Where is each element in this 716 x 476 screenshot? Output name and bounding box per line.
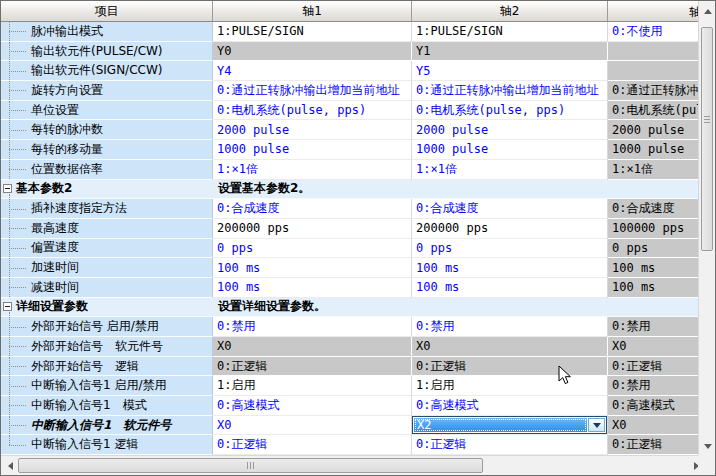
param-label: 插补速度指定方法: [31, 200, 127, 217]
axis1-value-cell[interactable]: 1:PULSE/SIGN: [213, 22, 412, 42]
axis3-value-cell[interactable]: 0:不使用: [608, 22, 698, 42]
axis1-value-cell[interactable]: 0:合成速度: [213, 199, 412, 219]
table-row: 中断输入信号1 逻辑0:正逻辑0:正逻辑0:正逻辑: [1, 435, 698, 455]
horizontal-scrollbar-thumb[interactable]: [18, 458, 483, 473]
param-label: 外部开始信号 启用/禁用: [31, 318, 159, 335]
axis2-value-cell[interactable]: 0:通过正转脉冲输出增加当前地址: [412, 81, 608, 101]
param-label: 每转的脉冲数: [31, 121, 103, 138]
axis3-value-cell[interactable]: 0:通过正转脉冲输出增加当前地址: [608, 81, 698, 101]
axis1-value-cell[interactable]: 1:启用: [213, 376, 412, 396]
axis1-value-cell[interactable]: 0:通过正转脉冲输出增加当前地址: [213, 81, 412, 101]
table-row: 每转的移动量1000 pulse1000 pulse1000 pulse: [1, 140, 698, 160]
axis3-value-cell[interactable]: 1:×1倍: [608, 160, 698, 180]
axis2-value-cell[interactable]: 100 ms: [412, 258, 608, 278]
tree-line: [9, 31, 26, 32]
axis1-value-cell[interactable]: Y0: [213, 42, 412, 62]
axis1-value-cell[interactable]: 1:×1倍: [213, 160, 412, 180]
axis2-value-cell[interactable]: X2: [412, 416, 608, 436]
axis1-value-cell[interactable]: Y4: [213, 61, 412, 81]
table-row: 偏置速度0 pps0 pps0 pps: [1, 239, 698, 259]
tree-line: [9, 209, 26, 210]
horizontal-scrollbar[interactable]: [1, 455, 700, 475]
axis2-value-cell[interactable]: Y5: [412, 61, 608, 81]
param-label-cell: 中断输入信号1 软元件号: [1, 416, 213, 436]
axis2-value-cell[interactable]: 200000 pps: [412, 219, 608, 239]
axis3-value-cell[interactable]: X0: [608, 416, 698, 436]
tree-line: [9, 327, 26, 328]
axis1-value-cell[interactable]: 100 ms: [213, 278, 412, 298]
axis1-value-cell[interactable]: 0:电机系统(pulse, pps): [213, 101, 412, 121]
tree-line: [9, 149, 26, 150]
axis1-value-cell[interactable]: 0:正逻辑: [213, 435, 412, 455]
collapse-minus-icon[interactable]: [3, 184, 12, 193]
column-header-axis1: 轴1: [213, 1, 412, 21]
axis2-value-cell[interactable]: 0:正逻辑: [412, 435, 608, 455]
param-label-cell: 单位设置: [1, 101, 213, 121]
axis2-value-cell[interactable]: 1:PULSE/SIGN: [412, 22, 608, 42]
axis1-value-cell[interactable]: 2000 pulse: [213, 120, 412, 140]
axis3-value-cell[interactable]: 0:高速模式: [608, 396, 698, 416]
combobox-dropdown-button[interactable]: [588, 418, 605, 433]
axis1-value-cell[interactable]: 200000 pps: [213, 219, 412, 239]
scroll-up-button[interactable]: [700, 3, 715, 19]
axis3-value-cell[interactable]: 0:正逻辑: [608, 435, 698, 455]
axis2-value-cell[interactable]: X0: [412, 337, 608, 357]
axis3-value-cell[interactable]: 0:合成速度: [608, 199, 698, 219]
group-label: 基本参数2: [16, 180, 72, 199]
param-label: 单位设置: [31, 102, 79, 119]
axis2-value-cell[interactable]: 0 pps: [412, 239, 608, 259]
param-label: 脉冲输出模式: [31, 23, 103, 40]
axis1-value-cell[interactable]: 0:正逻辑: [213, 357, 412, 377]
vertical-scrollbar[interactable]: [698, 1, 715, 456]
axis2-value-cell[interactable]: 100 ms: [412, 278, 608, 298]
axis3-value-cell[interactable]: 0 pps: [608, 239, 698, 259]
tree-line: [9, 287, 26, 288]
axis2-value-cell[interactable]: 1:启用: [412, 376, 608, 396]
axis1-value-cell[interactable]: X0: [213, 416, 412, 436]
axis2-value-cell[interactable]: 1000 pulse: [412, 140, 608, 160]
axis1-value-cell[interactable]: 0:高速模式: [213, 396, 412, 416]
axis1-value-cell[interactable]: 100 ms: [213, 258, 412, 278]
axis3-value-cell[interactable]: [608, 42, 698, 62]
axis1-value-cell[interactable]: 1000 pulse: [213, 140, 412, 160]
axis3-value-cell[interactable]: 100 ms: [608, 258, 698, 278]
scrollbar-corner: [698, 455, 715, 475]
axis3-value-cell[interactable]: 1000 pulse: [608, 140, 698, 160]
group-row: 详细设置参数设置详细设置参数。: [1, 298, 698, 318]
collapse-minus-icon[interactable]: [3, 302, 12, 311]
axis1-value-cell[interactable]: X0: [213, 337, 412, 357]
table-row: 输出软元件(SIGN/CCW)Y4Y5: [1, 61, 698, 81]
tree-line: [9, 425, 26, 426]
axis3-value-cell[interactable]: 0:禁用: [608, 376, 698, 396]
axis3-value-cell[interactable]: 100000 pps: [608, 219, 698, 239]
axis3-value-cell[interactable]: [608, 61, 698, 81]
axis2-value-cell[interactable]: 0:电机系统(pulse, pps): [412, 101, 608, 121]
param-label-cell: 每转的脉冲数: [1, 120, 213, 140]
scroll-left-button[interactable]: [2, 458, 18, 473]
tree-line: [9, 386, 26, 387]
axis2-value-cell[interactable]: 0:高速模式: [412, 396, 608, 416]
param-label: 偏置速度: [31, 239, 79, 256]
axis3-value-cell[interactable]: 0:正逻辑: [608, 357, 698, 377]
axis2-value-cell[interactable]: 1:×1倍: [412, 160, 608, 180]
axis1-value-cell[interactable]: 0:禁用: [213, 317, 412, 337]
triangle-left-icon: [8, 462, 13, 470]
grid-header-row: 项目 轴1 轴2 轴3: [1, 1, 698, 22]
axis3-value-cell[interactable]: 100 ms: [608, 278, 698, 298]
cell-editor-combobox[interactable]: X2: [412, 416, 607, 435]
axis1-value-cell[interactable]: 0 pps: [213, 239, 412, 259]
vertical-scrollbar-thumb[interactable]: [701, 27, 713, 251]
param-label-cell: 中断输入信号1 模式: [1, 396, 213, 416]
scroll-down-button[interactable]: [700, 438, 715, 454]
column-header-axis3: 轴3: [608, 1, 698, 21]
axis2-value-cell[interactable]: 2000 pulse: [412, 120, 608, 140]
axis2-value-cell[interactable]: 0:合成速度: [412, 199, 608, 219]
param-label-cell: 输出软元件(SIGN/CCW): [1, 61, 213, 81]
axis3-value-cell[interactable]: 2000 pulse: [608, 120, 698, 140]
axis2-value-cell[interactable]: 0:禁用: [412, 317, 608, 337]
axis2-value-cell[interactable]: 0:正逻辑: [412, 357, 608, 377]
axis2-value-cell[interactable]: Y1: [412, 42, 608, 62]
axis3-value-cell[interactable]: 0:电机系统(pulse, pps): [608, 101, 698, 121]
axis3-value-cell[interactable]: 0:禁用: [608, 317, 698, 337]
axis3-value-cell[interactable]: X0: [608, 337, 698, 357]
